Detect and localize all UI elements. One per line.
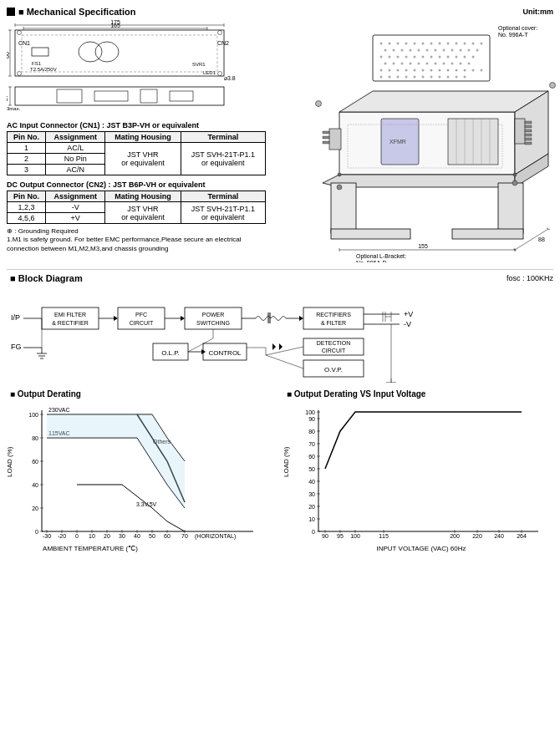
- svg-point-142: [337, 185, 342, 190]
- svg-rect-125: [525, 138, 532, 140]
- exploded-view-drawing: Optional cover: No. 996A-T: [272, 20, 557, 262]
- svg-text:200: 200: [450, 533, 460, 539]
- page: ■ Mechanical Specification Unit:mm 175 1: [0, 0, 560, 752]
- svg-point-55: [393, 49, 395, 52]
- svg-point-25: [18, 72, 22, 76]
- svg-text:115: 115: [379, 533, 389, 539]
- svg-line-214: [266, 355, 303, 368]
- svg-marker-166: [114, 316, 118, 321]
- svg-point-79: [393, 63, 395, 65]
- svg-text:50: 50: [308, 466, 315, 472]
- svg-point-109: [439, 76, 441, 79]
- derating-svg: 0 20 40 60 80 100 -30 -20 0 10 20 30: [7, 402, 266, 569]
- svg-point-111: [456, 76, 458, 79]
- svg-point-81: [410, 63, 412, 65]
- svg-point-91: [397, 69, 400, 72]
- svg-text:90: 90: [322, 533, 328, 539]
- svg-point-66: [380, 56, 383, 58]
- svg-rect-32: [170, 91, 193, 101]
- svg-point-44: [405, 43, 408, 45]
- svg-point-51: [464, 43, 466, 45]
- svg-point-94: [422, 69, 425, 72]
- svg-text:-30: -30: [43, 533, 51, 539]
- mechanical-section-title: ■ Mechanical Specification: [18, 7, 136, 17]
- svg-point-76: [464, 56, 466, 58]
- svg-text:240: 240: [494, 533, 504, 539]
- svg-rect-118: [323, 136, 329, 139]
- svg-point-47: [430, 43, 433, 45]
- svg-point-103: [389, 76, 391, 79]
- dc-connector-title: DC Output Connector (CN2) : JST B6P-VH o…: [7, 180, 266, 189]
- svg-point-23: [18, 31, 22, 35]
- svg-text:264: 264: [517, 533, 527, 539]
- svg-point-69: [405, 56, 408, 58]
- svg-text:Optional cover:: Optional cover:: [498, 25, 537, 32]
- svg-point-77: [472, 56, 475, 58]
- ac-col-terminal: Terminal: [181, 132, 265, 143]
- svg-point-43: [397, 43, 400, 45]
- grounding-note: ⊕ : Grounding Required 1.M1 is safety gr…: [7, 227, 266, 253]
- svg-text:0: 0: [35, 529, 38, 535]
- svg-text:CIRCUIT: CIRCUIT: [322, 348, 346, 353]
- svg-point-61: [443, 49, 445, 52]
- fosc-label: fosc : 100KHz: [507, 274, 553, 282]
- svg-point-84: [435, 63, 437, 65]
- svg-rect-124: [525, 134, 532, 136]
- svg-text:LOAD (%): LOAD (%): [283, 446, 290, 477]
- svg-point-75: [456, 56, 458, 58]
- svg-text:INPUT VOLTAGE (VAC) 60Hz: INPUT VOLTAGE (VAC) 60Hz: [377, 545, 466, 552]
- ac-connector-table: Pin No. Assignment Mating Housing Termin…: [7, 131, 266, 175]
- svg-point-98: [456, 69, 458, 72]
- svg-rect-15: [32, 48, 48, 56]
- svg-text:+V: +V: [404, 310, 413, 318]
- svg-point-45: [414, 43, 416, 45]
- svg-point-112: [464, 76, 466, 79]
- svg-text:100: 100: [350, 533, 360, 539]
- ac-col-housing: Mating Housing: [105, 132, 181, 143]
- svg-text:& FILTER: & FILTER: [321, 320, 346, 326]
- svg-point-90: [389, 69, 391, 72]
- svg-rect-123: [525, 130, 532, 132]
- svg-text:⌀3.8: ⌀3.8: [224, 75, 236, 81]
- svg-point-106: [414, 76, 416, 79]
- svg-point-105: [405, 76, 408, 79]
- svg-marker-114: [339, 91, 548, 112]
- svg-text:95: 95: [337, 533, 344, 539]
- dc-col-assign: Assignment: [46, 191, 105, 202]
- svg-text:60: 60: [7, 52, 10, 58]
- svg-text:SVR1: SVR1: [192, 62, 206, 67]
- svg-text:60: 60: [164, 533, 171, 539]
- svg-point-41: [380, 43, 383, 45]
- dc-col-housing: Mating Housing: [105, 191, 181, 202]
- svg-text:CN2: CN2: [217, 40, 229, 46]
- svg-text:60: 60: [32, 459, 38, 465]
- svg-point-82: [418, 63, 420, 65]
- svg-point-52: [472, 43, 475, 45]
- svg-rect-180: [303, 307, 364, 329]
- svg-text:O.L.P.: O.L.P.: [161, 349, 180, 357]
- svg-point-73: [439, 56, 441, 58]
- svg-point-107: [422, 76, 425, 79]
- svg-text:88: 88: [538, 236, 545, 242]
- svg-point-97: [447, 69, 450, 72]
- svg-rect-140: [498, 183, 523, 233]
- svg-point-71: [422, 56, 425, 58]
- svg-rect-141: [452, 229, 523, 239]
- svg-point-96: [439, 69, 441, 72]
- svg-point-144: [338, 173, 341, 176]
- derating-vs-input-chart: ■ Output Derating VS Input Voltage 0 10 …: [283, 389, 553, 571]
- dc-col-terminal: Terminal: [181, 191, 265, 202]
- dc-col-pinno: Pin No.: [8, 191, 46, 202]
- svg-point-64: [468, 49, 471, 52]
- svg-text:80: 80: [308, 429, 315, 434]
- svg-rect-121: [525, 121, 532, 124]
- svg-line-213: [266, 347, 303, 355]
- svg-point-63: [460, 49, 462, 52]
- svg-rect-29: [57, 89, 82, 103]
- svg-point-58: [418, 49, 420, 52]
- svg-rect-120: [515, 119, 525, 144]
- svg-point-88: [468, 63, 471, 65]
- svg-text:(HORIZONTAL): (HORIZONTAL): [195, 533, 236, 540]
- mech-right: Optional cover: No. 996A-T: [272, 20, 557, 264]
- svg-text:30: 30: [308, 491, 315, 497]
